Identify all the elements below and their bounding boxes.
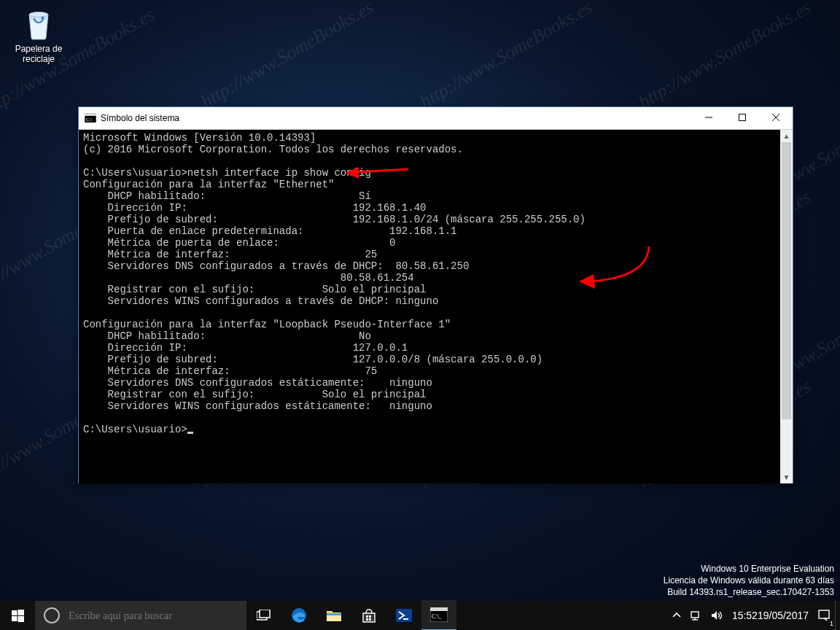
titlebar[interactable]: C:\ Símbolo del sistema	[79, 107, 793, 130]
recycle-bin-icon	[23, 6, 54, 41]
license-line: Build 14393.rs1_release_sec.170427-1353	[664, 586, 834, 598]
svg-rect-11	[12, 610, 18, 615]
svg-rect-19	[327, 613, 341, 615]
powershell-icon	[395, 608, 413, 623]
scroll-up-icon[interactable]: ▲	[780, 130, 793, 142]
svg-rect-13	[12, 616, 18, 621]
svg-rect-12	[18, 610, 24, 615]
maximize-icon	[739, 114, 746, 121]
scrollbar[interactable]: ▲ ▼	[780, 130, 793, 483]
svg-rect-2	[85, 114, 96, 116]
windows-logo-icon	[12, 610, 24, 622]
taskbar-app-cmd[interactable]: C:\_	[421, 600, 456, 630]
watermark: http://www.SomeBooks.es	[197, 0, 377, 113]
clock-time: 15:52	[732, 610, 758, 621]
cmd-icon: C:\	[85, 112, 96, 124]
svg-rect-23	[369, 618, 371, 621]
svg-text:C:\_: C:\_	[432, 613, 443, 620]
edge-icon	[290, 607, 308, 624]
notifications-badge: 1	[830, 620, 833, 627]
tray-volume[interactable]	[706, 601, 728, 630]
taskbar-app-powershell[interactable]	[386, 601, 421, 630]
cmd-window[interactable]: C:\ Símbolo del sistema Microsoft Window…	[78, 106, 793, 483]
search-input[interactable]	[67, 609, 230, 623]
close-button[interactable]	[759, 107, 793, 129]
close-icon	[772, 114, 779, 121]
window-title: Símbolo del sistema	[101, 113, 179, 123]
recycle-bin-label: Papelera de reciclaje	[11, 44, 66, 64]
clock-date: 19/05/2017	[758, 610, 809, 621]
cmd-output: Microsoft Windows [Versión 10.0.14393] (…	[79, 130, 793, 438]
task-view-icon	[257, 610, 271, 621]
start-button[interactable]	[0, 601, 35, 630]
svg-rect-5	[739, 114, 746, 121]
network-icon	[690, 610, 701, 621]
tray-network[interactable]	[685, 601, 706, 630]
watermark: http://www.SomeBooks.es	[416, 0, 596, 113]
volume-icon	[710, 610, 723, 621]
taskbar-app-store[interactable]	[351, 601, 386, 630]
svg-text:C:\: C:\	[86, 117, 93, 122]
svg-rect-20	[366, 615, 368, 618]
svg-rect-30	[691, 612, 699, 618]
maximize-button[interactable]	[726, 107, 759, 129]
svg-rect-16	[260, 610, 270, 618]
tray-clock[interactable]: 15:52 19/05/2017	[728, 601, 813, 630]
cortana-icon	[44, 607, 60, 623]
desktop[interactable]: http://www.SomeBooks.es http://www.SomeB…	[0, 0, 840, 630]
store-icon	[361, 607, 377, 623]
license-overlay: Windows 10 Enterprise Evaluation Licenci…	[664, 563, 834, 598]
license-line: Licencia de Windows válida durante 63 dí…	[664, 575, 834, 586]
scroll-thumb[interactable]	[782, 142, 791, 419]
svg-rect-14	[18, 616, 24, 622]
license-line: Windows 10 Enterprise Evaluation	[664, 563, 834, 575]
svg-point-0	[29, 12, 48, 18]
recycle-bin[interactable]: Papelera de reciclaje	[11, 6, 66, 64]
tray-chevron-up[interactable]	[668, 601, 685, 630]
watermark: http://www.SomeBooks.es	[634, 0, 814, 113]
notifications-icon	[817, 609, 831, 622]
show-desktop-button[interactable]	[835, 601, 840, 630]
task-view-button[interactable]	[246, 601, 281, 630]
svg-rect-33	[819, 610, 829, 618]
search-box[interactable]	[35, 601, 246, 630]
tray-notifications[interactable]: 1	[813, 601, 835, 630]
cmd-body[interactable]: Microsoft Windows [Versión 10.0.14393] (…	[79, 130, 793, 483]
minimize-button[interactable]	[692, 107, 726, 129]
chevron-up-icon	[672, 611, 681, 620]
taskbar[interactable]: C:\_ 15:52 19/05/2017 1	[0, 601, 840, 630]
system-tray[interactable]: 15:52 19/05/2017 1	[668, 601, 840, 630]
minimize-icon	[705, 114, 712, 121]
taskbar-app-edge[interactable]	[281, 601, 316, 630]
svg-rect-22	[366, 618, 368, 621]
svg-rect-28	[430, 607, 448, 611]
folder-icon	[326, 609, 342, 622]
taskbar-app-explorer[interactable]	[316, 601, 351, 630]
svg-rect-21	[369, 615, 371, 618]
cmd-taskbar-icon: C:\_	[430, 607, 448, 622]
scroll-down-icon[interactable]: ▼	[780, 471, 793, 483]
